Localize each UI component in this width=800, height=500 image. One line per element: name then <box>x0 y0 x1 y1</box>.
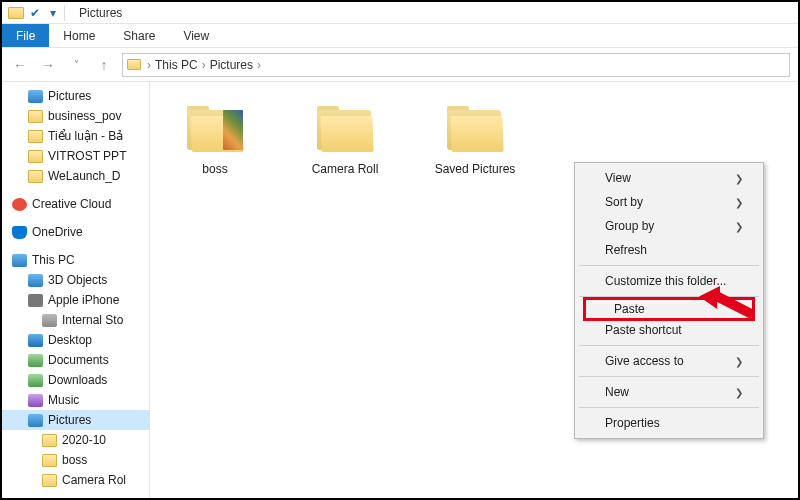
ctx-groupby[interactable]: Group by❯ <box>577 214 761 238</box>
ctx-view[interactable]: View❯ <box>577 166 761 190</box>
sidebar-item-cameraroll[interactable]: Camera Rol <box>2 470 149 490</box>
breadcrumb-sep-icon: › <box>255 58 263 72</box>
nav-back-icon[interactable]: ← <box>10 55 30 75</box>
folder-item-cameraroll[interactable]: Camera Roll <box>300 106 390 176</box>
ctx-label: Properties <box>605 416 660 430</box>
sidebar-label: Music <box>48 393 79 407</box>
sidebar-label: Documents <box>48 353 109 367</box>
folder-icon <box>42 434 57 447</box>
sidebar-item-welaunch[interactable]: WeLaunch_D <box>2 166 149 186</box>
tab-share[interactable]: Share <box>109 24 169 47</box>
ctx-separator <box>579 345 759 346</box>
folder-label: boss <box>202 162 227 176</box>
ctx-customize[interactable]: Customize this folder... <box>577 269 761 293</box>
sidebar-item-thispc[interactable]: This PC <box>2 250 149 270</box>
sidebar-item-business[interactable]: business_pov <box>2 106 149 126</box>
sidebar-label: Tiểu luận - Bả <box>48 129 123 143</box>
qat-divider <box>64 5 65 21</box>
tab-file[interactable]: File <box>2 24 49 47</box>
sidebar-item-music[interactable]: Music <box>2 390 149 410</box>
navbar: ← → ˅ ↑ › This PC › Pictures › <box>2 48 798 82</box>
chevron-right-icon: ❯ <box>735 173 743 184</box>
ctx-pasteshortcut[interactable]: Paste shortcut <box>577 318 761 342</box>
quick-access-toolbar: ✔ ▾ <box>2 5 71 21</box>
folder-icon <box>42 474 57 487</box>
breadcrumb-sep-icon: › <box>200 58 208 72</box>
ctx-label: Sort by <box>605 195 643 209</box>
ctx-label: Refresh <box>605 243 647 257</box>
folder-icon <box>445 106 505 154</box>
sidebar-label: 3D Objects <box>48 273 107 287</box>
folder-item-savedpictures[interactable]: Saved Pictures <box>430 106 520 176</box>
sidebar-label: business_pov <box>48 109 121 123</box>
ribbon-tabs: File Home Share View <box>2 24 798 48</box>
folder-icon <box>28 130 43 143</box>
folder-label: Camera Roll <box>312 162 379 176</box>
sidebar-label: Camera Rol <box>62 473 126 487</box>
music-icon <box>28 394 43 407</box>
folder-icon <box>28 150 43 163</box>
titlebar: ✔ ▾ Pictures <box>2 2 798 24</box>
folder-icon <box>185 106 245 154</box>
sidebar-label: Downloads <box>48 373 107 387</box>
sidebar-label: 2020-10 <box>62 433 106 447</box>
sidebar-label: Internal Sto <box>62 313 123 327</box>
nav-up-icon[interactable]: ↑ <box>94 55 114 75</box>
folder-icon <box>315 106 375 154</box>
breadcrumb-current[interactable]: Pictures <box>210 58 253 72</box>
breadcrumb-folder-icon <box>127 59 141 70</box>
sidebar-item-3dobjects[interactable]: 3D Objects <box>2 270 149 290</box>
nav-recent-icon[interactable]: ˅ <box>66 55 86 75</box>
sidebar-item-boss[interactable]: boss <box>2 450 149 470</box>
sidebar-item-creativecloud[interactable]: Creative Cloud <box>2 194 149 214</box>
sidebar-item-pictures[interactable]: Pictures <box>2 410 149 430</box>
sidebar-item-documents[interactable]: Documents <box>2 350 149 370</box>
folder-label: Saved Pictures <box>435 162 516 176</box>
pictures-icon <box>28 90 43 103</box>
sidebar-item-tieuluan[interactable]: Tiểu luận - Bả <box>2 126 149 146</box>
ctx-refresh[interactable]: Refresh <box>577 238 761 262</box>
sidebar-label: OneDrive <box>32 225 83 239</box>
ctx-sortby[interactable]: Sort by❯ <box>577 190 761 214</box>
chevron-right-icon: ❯ <box>735 356 743 367</box>
sidebar-item-internal[interactable]: Internal Sto <box>2 310 149 330</box>
breadcrumb[interactable]: › This PC › Pictures › <box>122 53 790 77</box>
sidebar-label: WeLaunch_D <box>48 169 121 183</box>
sidebar-item-desktop[interactable]: Desktop <box>2 330 149 350</box>
sidebar-label: Pictures <box>48 89 91 103</box>
ctx-label: Group by <box>605 219 654 233</box>
ctx-giveaccess[interactable]: Give access to❯ <box>577 349 761 373</box>
ctx-separator <box>579 407 759 408</box>
nav-forward-icon[interactable]: → <box>38 55 58 75</box>
sidebar-label: Desktop <box>48 333 92 347</box>
context-menu: View❯ Sort by❯ Group by❯ Refresh Customi… <box>574 162 764 439</box>
sidebar: Pictures business_pov Tiểu luận - Bả VIT… <box>2 82 150 498</box>
chevron-right-icon: ❯ <box>735 197 743 208</box>
ctx-new[interactable]: New❯ <box>577 380 761 404</box>
qat-check-icon[interactable]: ✔ <box>28 6 42 20</box>
tab-view[interactable]: View <box>169 24 223 47</box>
sidebar-item-2020[interactable]: 2020-10 <box>2 430 149 450</box>
chevron-right-icon: ❯ <box>735 221 743 232</box>
sidebar-item-downloads[interactable]: Downloads <box>2 370 149 390</box>
pictures-icon <box>28 414 43 427</box>
qat-dropdown-icon[interactable]: ▾ <box>46 6 60 20</box>
sidebar-item-iphone[interactable]: Apple iPhone <box>2 290 149 310</box>
creative-cloud-icon <box>12 198 27 211</box>
folder-icon <box>28 170 43 183</box>
window-title: Pictures <box>71 6 122 20</box>
sidebar-label: Pictures <box>48 413 91 427</box>
sidebar-item-pictures-qa[interactable]: Pictures <box>2 86 149 106</box>
sidebar-label: Creative Cloud <box>32 197 111 211</box>
sidebar-item-vitrost[interactable]: VITROST PPT <box>2 146 149 166</box>
breadcrumb-root[interactable]: This PC <box>155 58 198 72</box>
folder-item-boss[interactable]: boss <box>170 106 260 176</box>
desktop-icon <box>28 334 43 347</box>
tab-home[interactable]: Home <box>49 24 109 47</box>
explorer-window: ✔ ▾ Pictures File Home Share View ← → ˅ … <box>0 0 800 500</box>
ctx-label: View <box>605 171 631 185</box>
folder-icon <box>28 110 43 123</box>
ctx-properties[interactable]: Properties <box>577 411 761 435</box>
ctx-label: New <box>605 385 629 399</box>
sidebar-item-onedrive[interactable]: OneDrive <box>2 222 149 242</box>
